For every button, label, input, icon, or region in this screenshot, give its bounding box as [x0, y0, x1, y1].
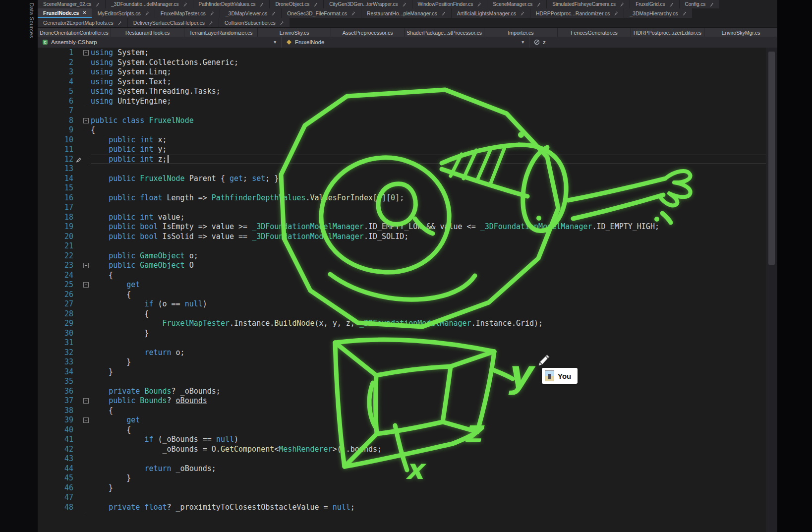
- pin-icon[interactable]: [313, 2, 318, 7]
- pin-icon[interactable]: [476, 2, 481, 7]
- document-tab[interactable]: Importer.cs: [484, 28, 557, 37]
- code-line[interactable]: 19 public bool IsEmpty => value >= _3DFo…: [38, 222, 766, 232]
- code-line[interactable]: 33 }: [38, 357, 766, 367]
- pin-icon[interactable]: [682, 11, 687, 16]
- code-line[interactable]: 21: [38, 241, 766, 251]
- document-tab[interactable]: CityGen3DGen...torWrapper.cs: [324, 0, 411, 8]
- code-line[interactable]: 34 }: [38, 367, 766, 377]
- code-line[interactable]: 30 }: [38, 329, 766, 339]
- document-tab[interactable]: DroneOrientationController.cs: [38, 28, 111, 37]
- document-tab[interactable]: ShaderPackage...stProcessor.cs: [405, 28, 484, 37]
- code-line[interactable]: 12 public int z;: [38, 155, 766, 165]
- pin-icon[interactable]: [441, 11, 446, 16]
- pin-icon[interactable]: [209, 11, 214, 16]
- document-tab[interactable]: SimulatedFisheyeCamera.cs: [547, 0, 630, 8]
- pin-icon[interactable]: [669, 2, 674, 7]
- code-line[interactable]: 37− public Bounds? oBounds: [38, 396, 766, 406]
- code-line[interactable]: 43: [38, 454, 766, 464]
- pin-icon[interactable]: [520, 11, 524, 16]
- document-tab[interactable]: FruxelMapTester.cs: [155, 8, 220, 18]
- document-tab[interactable]: _3DMapHierarchy.cs: [624, 8, 692, 18]
- type-dropdown[interactable]: FruxelNode ▼: [282, 37, 529, 48]
- code-line[interactable]: 48 private float? _proximityToClosestObs…: [38, 503, 766, 513]
- code-line[interactable]: 3using System.Linq;: [38, 67, 766, 77]
- document-tab[interactable]: RestaurantHook.cs: [111, 28, 184, 37]
- code-line[interactable]: 9{: [38, 125, 766, 135]
- code-line[interactable]: 45 }: [38, 473, 766, 483]
- code-line[interactable]: 25− get: [38, 280, 766, 290]
- code-line[interactable]: 32 return o;: [38, 348, 766, 358]
- project-dropdown[interactable]: C Assembly-CSharp ▼: [38, 37, 282, 48]
- code-line[interactable]: 23− public GameObject O: [38, 261, 766, 271]
- document-tab[interactable]: DroneObject.cs: [270, 0, 323, 8]
- document-tab[interactable]: EnviroSkyMgr.cs: [704, 28, 777, 37]
- code-line[interactable]: 20 public bool IsSolid => value == _3DFo…: [38, 232, 766, 242]
- document-tab[interactable]: RestaurantHo...pleManager.cs: [361, 8, 451, 18]
- pin-icon[interactable]: [619, 2, 624, 7]
- document-tab[interactable]: SceneManager.cs: [487, 0, 546, 8]
- pin-icon[interactable]: [350, 11, 355, 16]
- code-line[interactable]: 24 {: [38, 271, 766, 281]
- code-line[interactable]: 31: [38, 338, 766, 348]
- pin-icon[interactable]: [271, 11, 276, 16]
- document-tab[interactable]: Config.cs: [680, 0, 720, 8]
- code-line[interactable]: 1−using System;: [38, 48, 766, 58]
- pin-icon[interactable]: [208, 20, 213, 25]
- code-line[interactable]: 14 public FruxelNode Parent { get; set; …: [38, 174, 766, 184]
- pin-icon[interactable]: [279, 20, 284, 25]
- document-tab[interactable]: OneSec3D_FileFormat.cs: [282, 8, 361, 18]
- document-tab[interactable]: CollisionSubscriber.cs: [219, 18, 290, 27]
- code-line[interactable]: 41 if (_oBounds == null): [38, 435, 766, 445]
- document-tab[interactable]: EnviroSky.cs: [258, 28, 331, 37]
- scrollbar-thumb[interactable]: [768, 52, 775, 265]
- code-line[interactable]: 42 _oBounds = O.GetComponent<MeshRendere…: [38, 445, 766, 455]
- code-line[interactable]: 26 {: [38, 290, 766, 300]
- code-line[interactable]: 5using System.Threading.Tasks;: [38, 87, 766, 97]
- code-line[interactable]: 47: [38, 493, 766, 503]
- document-tab[interactable]: Generator2ExportMapTools.cs: [38, 18, 127, 27]
- document-tab[interactable]: WindowPositionFinder.cs: [412, 0, 487, 8]
- code-line[interactable]: 16 public float Length => PathfinderDept…: [38, 193, 766, 203]
- pin-icon[interactable]: [613, 11, 618, 16]
- document-tab[interactable]: HDRPPostproc...Randomizer.cs: [530, 8, 624, 18]
- code-line[interactable]: 6using UnityEngine;: [38, 97, 766, 107]
- code-line[interactable]: 7: [38, 106, 766, 116]
- pin-icon[interactable]: [117, 20, 122, 25]
- document-tab[interactable]: DeliverySurfaceClassHelper.cs: [128, 18, 219, 27]
- code-line[interactable]: 17: [38, 203, 766, 213]
- pin-icon[interactable]: [402, 2, 406, 7]
- fold-collapse-icon[interactable]: −: [83, 50, 89, 56]
- document-tab[interactable]: FencesGenerator.cs: [558, 28, 631, 37]
- pin-icon[interactable]: [95, 2, 100, 7]
- document-tab[interactable]: _3DFoundatio...delManager.cs: [106, 0, 192, 8]
- code-line[interactable]: 18 public int value;: [38, 213, 766, 223]
- code-line[interactable]: 28 {: [38, 309, 766, 319]
- code-line[interactable]: 40 {: [38, 425, 766, 435]
- close-icon[interactable]: ×: [83, 10, 86, 15]
- document-tab[interactable]: ArtificialLightsManager.cs: [452, 8, 530, 18]
- code-line[interactable]: 10 public int x;: [38, 135, 766, 145]
- code-line[interactable]: 38 {: [38, 406, 766, 416]
- vertical-scrollbar[interactable]: [766, 48, 777, 532]
- pin-icon[interactable]: [182, 2, 187, 7]
- code-line[interactable]: 36 private Bounds? _oBounds;: [38, 387, 766, 397]
- code-line[interactable]: 2using System.Collections.Generic;: [38, 58, 766, 68]
- data-sources-tab[interactable]: Data Sources: [29, 3, 35, 38]
- pin-icon[interactable]: [709, 2, 714, 7]
- document-tab[interactable]: PathfinderDepthValues.cs: [193, 0, 270, 8]
- document-tab[interactable]: HDRPPostproc...izerEditor.cs: [631, 28, 704, 37]
- document-tab[interactable]: AssetPreprocessor.cs: [331, 28, 404, 37]
- document-tab[interactable]: MyEditorScripts.cs: [92, 8, 155, 18]
- code-line[interactable]: 39− get: [38, 415, 766, 425]
- document-tab[interactable]: SceneManager_02.cs: [38, 0, 105, 8]
- document-tab[interactable]: _3DMapViewer.cs: [220, 8, 281, 18]
- code-line[interactable]: 11 public int y;: [38, 145, 766, 155]
- code-line[interactable]: 4using System.Text;: [38, 77, 766, 87]
- document-tab[interactable]: TerrainLayerRandomizer.cs: [184, 28, 257, 37]
- document-tab[interactable]: FruxelGrid.cs: [630, 0, 679, 8]
- pin-icon[interactable]: [144, 11, 149, 16]
- code-line[interactable]: 27 if (o == null): [38, 299, 766, 309]
- code-line[interactable]: 29 FruxelMapTester.Instance.BuildNode(x,…: [38, 319, 766, 329]
- pin-icon[interactable]: [536, 2, 541, 7]
- code-line[interactable]: 8−public class FruxelNode: [38, 116, 766, 126]
